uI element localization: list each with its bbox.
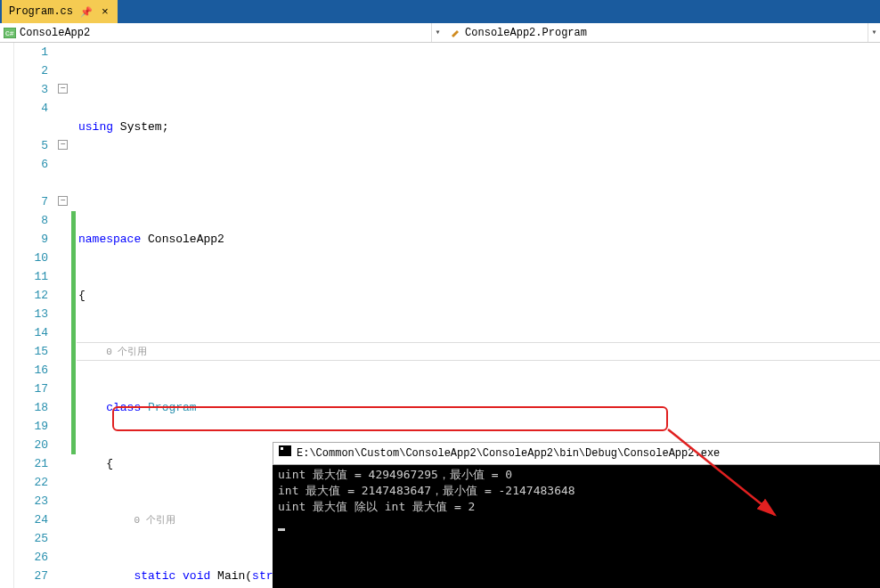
console-window: E:\Common\Custom\ConsoleApp2\ConsoleApp2… xyxy=(273,442,880,588)
pin-icon[interactable]: 📌 xyxy=(80,6,93,18)
chevron-down-icon[interactable]: ▾ xyxy=(431,23,444,42)
svg-rect-3 xyxy=(281,447,283,450)
console-title-text: E:\Common\Custom\ConsoleApp2\ConsoleApp2… xyxy=(297,445,720,461)
console-caret xyxy=(278,528,285,531)
console-output: uint 最大值 = 4294967295，最小值 = 0 int 最大值 = … xyxy=(273,465,880,533)
breadcrumb: C# ConsoleApp2 ▾ ConsoleApp2.Program ▾ xyxy=(0,23,880,43)
current-line-highlight xyxy=(77,342,880,361)
tab-title: Program.cs xyxy=(9,5,73,18)
line-numbers: 1234 56 78910 11121314 15161718 19202122… xyxy=(14,43,57,588)
tab-bar: Program.cs 📌 × xyxy=(0,0,880,23)
margin xyxy=(0,43,14,588)
breadcrumb-class-dropdown[interactable]: ConsoleApp2.Program xyxy=(444,27,868,39)
svg-rect-2 xyxy=(279,445,291,456)
csharp-icon: C# xyxy=(4,28,16,38)
breadcrumb-project: ConsoleApp2 xyxy=(20,27,90,39)
close-icon[interactable]: × xyxy=(100,5,110,19)
fold-icon[interactable]: − xyxy=(58,196,68,206)
wrench-icon xyxy=(449,28,461,38)
fold-column: − − − xyxy=(57,43,71,588)
svg-text:C#: C# xyxy=(5,29,14,37)
chevron-down-icon[interactable]: ▾ xyxy=(868,23,880,42)
fold-icon[interactable]: − xyxy=(58,84,68,94)
file-tab[interactable]: Program.cs 📌 × xyxy=(2,0,118,23)
breadcrumb-class: ConsoleApp2.Program xyxy=(465,27,587,39)
fold-icon[interactable]: − xyxy=(58,140,68,150)
breadcrumb-project-dropdown[interactable]: C# ConsoleApp2 xyxy=(0,27,431,39)
console-icon xyxy=(279,445,291,461)
console-titlebar[interactable]: E:\Common\Custom\ConsoleApp2\ConsoleApp2… xyxy=(273,442,880,465)
